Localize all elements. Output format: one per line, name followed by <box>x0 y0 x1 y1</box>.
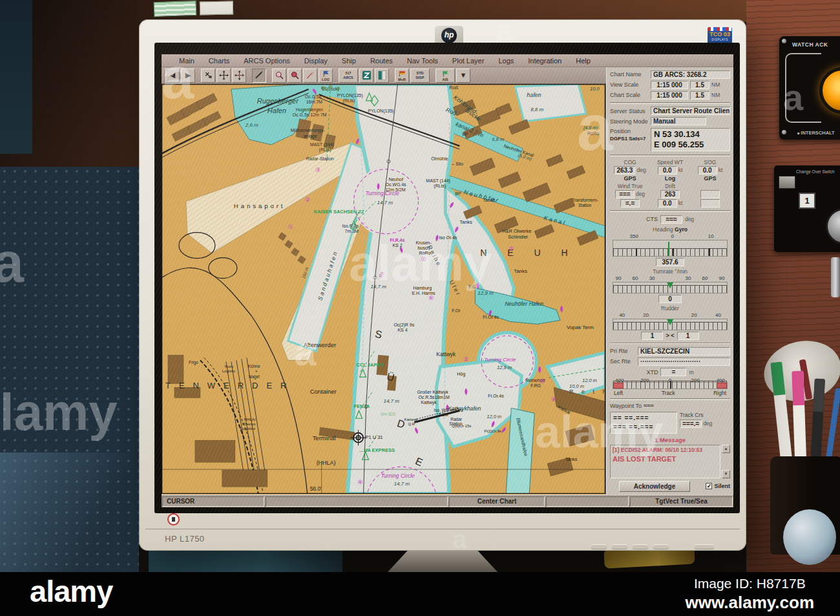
cursor-pick-button[interactable] <box>201 69 215 83</box>
map-label: Oc.R.5s18m1M <box>418 395 450 399</box>
scroll-up-button[interactable]: ▲ <box>722 445 730 453</box>
change-over-label: Change Over Switch <box>796 169 835 174</box>
map-label: – Silo <box>452 162 463 166</box>
rotary-knob <box>826 208 840 244</box>
drift-direction-value: 263 <box>660 190 680 198</box>
divider <box>610 154 730 156</box>
map-label: 56.0' <box>310 485 322 492</box>
monitor-power-button[interactable] <box>695 544 714 549</box>
map-label: 12,0 m <box>582 377 597 383</box>
menu-item-plot-layer[interactable]: Plot Layer <box>445 57 492 65</box>
map-label: Iso.R.2s <box>342 224 359 228</box>
map-label: 10,0 <box>590 86 600 92</box>
map-label: Kattwyk <box>436 351 456 357</box>
ais-button[interactable]: AIS <box>436 69 455 83</box>
zoom-out-button[interactable] <box>272 69 286 83</box>
map-label: Vopak Term <box>567 324 594 330</box>
menu-item-logs[interactable]: Logs <box>491 57 521 65</box>
map-label: Schindler <box>508 234 529 240</box>
arcs-517-button[interactable]: 517 ARCS <box>339 69 358 83</box>
nautical-chart[interactable]: RugenbergerHafen2,6 mSS(Lock)Oc.G.5s16m.… <box>162 84 605 494</box>
map-label: MAST (144) <box>426 178 450 184</box>
map-label: SS(Lock) <box>322 87 339 92</box>
gauge-tick-label: 60 <box>702 275 708 281</box>
map-label: (RLts) <box>434 184 446 189</box>
pan-left-button[interactable]: ◀ <box>165 69 180 83</box>
menu-item-arcs-options[interactable]: ARCS Options <box>236 57 297 65</box>
map-label: KS 2 <box>392 243 402 248</box>
gauge-tick-label: 40 <box>715 312 721 318</box>
xtd-label: XTD <box>646 369 658 376</box>
route-edit-button[interactable] <box>252 69 266 83</box>
monitor-button[interactable] <box>591 544 607 549</box>
map-label: Km 620 <box>381 412 395 416</box>
alarm-message: [1] ECDIS2 ALARM: 05/10 12:10:53 <box>613 447 718 453</box>
menu-bar: MainChartsARCS OptionsDisplayShipRoutesN… <box>162 54 733 67</box>
chart-z-button[interactable] <box>359 69 373 83</box>
monitor-button[interactable] <box>653 544 669 549</box>
conning-panel: Chart NameGB ARCS: 3268.2 View Scale1:15… <box>606 67 733 494</box>
rudder-stbd-value: 1 <box>677 332 699 340</box>
map-label: ⑥ <box>428 295 434 301</box>
chart-name-value: GB ARCS: 3268.2 <box>651 70 730 79</box>
drift-speed-value: 0.0 <box>658 199 677 207</box>
ais-menu-button[interactable]: ▼ <box>456 69 470 83</box>
map-label: Turning Circle <box>484 357 516 363</box>
xtd-value: = <box>660 368 686 376</box>
menu-item-main[interactable]: Main <box>172 57 202 65</box>
toolbar: ◀▶LOG517 ARCSMoBSTD DISPAIS▼ <box>162 67 606 84</box>
gauge-tick-label: 10 <box>708 233 714 239</box>
map-label: Transformern- <box>572 198 598 202</box>
white-card <box>200 1 233 16</box>
map-label: RoRo <box>587 131 599 136</box>
map-label: BP <box>462 132 468 136</box>
map-label: Rhenus <box>242 422 256 426</box>
monitor-button[interactable] <box>612 544 627 549</box>
menu-item-ship[interactable]: Ship <box>335 57 363 65</box>
map-label: Logistics <box>240 427 255 430</box>
screw-icon <box>782 130 786 134</box>
map-label: KAISER SACHSEN 22 <box>314 209 364 215</box>
bearing-line-button[interactable] <box>303 69 317 83</box>
sog-source: GPS <box>704 175 716 182</box>
map-label: 10,0 m <box>569 383 584 389</box>
log-button[interactable]: LOG <box>319 69 333 83</box>
offcenter-button[interactable] <box>232 69 246 83</box>
map-label: ⑦ <box>540 378 545 385</box>
cursor-status: CURSOR <box>162 496 264 507</box>
map-label: 7m.3M <box>345 229 359 233</box>
map-label: Großer Kattwyk <box>417 390 448 395</box>
center-vessel-button[interactable] <box>216 69 231 83</box>
menu-item-display[interactable]: Display <box>297 57 335 65</box>
wind-direction-value: === <box>615 190 635 198</box>
menu-item-help[interactable]: Help <box>569 57 598 65</box>
map-label: Rugenberger <box>257 97 299 105</box>
acknowledge-button[interactable]: Acknowledge <box>619 481 690 492</box>
chart-map[interactable]: RugenbergerHafen2,6 mSS(Lock)Oc.G.5s16m.… <box>162 84 606 494</box>
mob-button[interactable]: MoB <box>395 69 409 83</box>
menu-item-nav-tools[interactable]: Nav Tools <box>400 57 445 65</box>
monitor-button[interactable] <box>633 544 648 549</box>
menu-item-charts[interactable]: Charts <box>202 57 236 65</box>
silent-checkbox[interactable]: ✓ <box>706 483 712 489</box>
steering-mode-value: Manual <box>651 117 706 125</box>
map-label: hafen <box>527 92 541 98</box>
cog-value: 263.3 <box>614 166 635 175</box>
std-disp-button[interactable]: STD DISP <box>410 69 430 83</box>
map-label: Oc.G.5s <box>305 94 322 99</box>
switch-icon <box>779 176 795 189</box>
menu-item-routes[interactable]: Routes <box>363 57 400 65</box>
watch-ack-button <box>819 67 840 114</box>
view-range-value: 1.5 <box>690 81 709 89</box>
palette-button[interactable] <box>375 69 389 83</box>
cog-source: GPS <box>624 175 636 182</box>
turnrate-gauge: Turnrate °/min 906030306090 0 <box>610 268 730 303</box>
xtd-stbd-limit <box>717 383 727 388</box>
map-label: Nagel <box>249 374 260 379</box>
pan-right-button[interactable]: ▶ <box>181 69 195 83</box>
scroll-down-button[interactable]: ▼ <box>722 470 730 478</box>
menu-item-integration[interactable]: Integration <box>521 57 569 65</box>
zoom-in-button[interactable] <box>288 69 302 83</box>
alarm-message-list: [1] ECDIS2 ALARM: 05/10 12:10:53AIS LOST… <box>610 445 720 478</box>
gauge-tick-label: 350 <box>630 233 638 239</box>
